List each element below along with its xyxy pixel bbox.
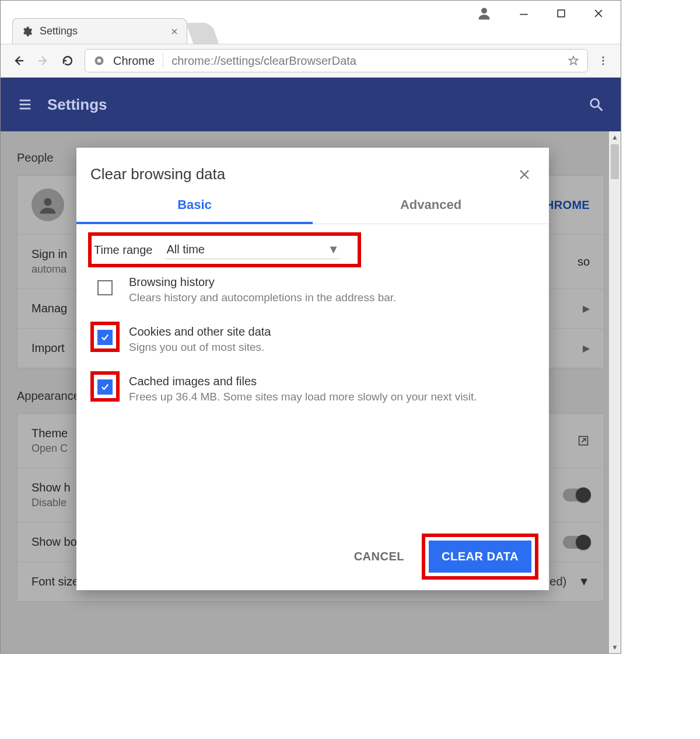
clear-data-highlight: CLEAR DATA bbox=[425, 537, 535, 576]
minimize-button[interactable] bbox=[516, 5, 532, 22]
chevron-down-icon: ▼ bbox=[328, 243, 340, 256]
dialog-body: Time range All time ▼ Browsing historyCl… bbox=[76, 224, 549, 525]
svg-point-13 bbox=[602, 63, 604, 65]
dialog-title: Clear browsing data bbox=[90, 165, 517, 183]
time-range-select[interactable]: All time ▼ bbox=[165, 240, 340, 259]
cancel-button[interactable]: CANCEL bbox=[348, 543, 410, 570]
new-tab-button[interactable] bbox=[186, 23, 219, 44]
svg-point-10 bbox=[97, 59, 102, 63]
svg-point-0 bbox=[481, 8, 487, 13]
maximize-button[interactable] bbox=[553, 5, 569, 22]
option-title: Cached images and files bbox=[129, 375, 477, 388]
svg-rect-2 bbox=[558, 10, 565, 17]
dialog-close-button[interactable] bbox=[517, 168, 531, 182]
tab-basic[interactable]: Basic bbox=[76, 189, 313, 224]
bookmark-star-icon[interactable] bbox=[568, 55, 579, 67]
time-range-row: Time range All time ▼ bbox=[90, 235, 359, 265]
scrollbar[interactable]: ▲ ▼ bbox=[609, 131, 621, 653]
time-range-label: Time range bbox=[94, 243, 152, 257]
checkbox-highlight bbox=[94, 375, 116, 398]
clear-option-row: Cached images and filesFrees up 36.4 MB.… bbox=[90, 364, 535, 414]
browser-window: Settings Chrome chrome://settings/clearB… bbox=[0, 0, 621, 654]
clear-option-row: Browsing historyClears history and autoc… bbox=[90, 265, 535, 315]
window-controls bbox=[516, 5, 621, 22]
option-sub: Signs you out of most sites. bbox=[129, 341, 271, 354]
forward-button[interactable] bbox=[36, 53, 51, 68]
hamburger-icon[interactable] bbox=[17, 96, 33, 113]
clear-browsing-data-dialog: Clear browsing data Basic Advanced Time … bbox=[76, 148, 549, 590]
clear-data-button[interactable]: CLEAR DATA bbox=[429, 541, 531, 573]
scroll-up-icon[interactable]: ▲ bbox=[609, 131, 621, 143]
reload-button[interactable] bbox=[60, 53, 75, 68]
checkbox[interactable] bbox=[97, 379, 113, 395]
tab-title: Settings bbox=[40, 25, 163, 37]
close-window-button[interactable] bbox=[590, 5, 607, 22]
option-title: Cookies and other site data bbox=[129, 325, 271, 339]
option-sub: Frees up 36.4 MB. Some sites may load mo… bbox=[129, 391, 477, 403]
option-title: Browsing history bbox=[129, 276, 396, 289]
svg-point-17 bbox=[591, 99, 599, 107]
dialog-actions: CANCEL CLEAR DATA bbox=[76, 525, 549, 590]
settings-header: Settings bbox=[1, 78, 621, 131]
settings-title: Settings bbox=[47, 96, 107, 114]
tab-advanced[interactable]: Advanced bbox=[313, 189, 549, 224]
search-icon[interactable] bbox=[588, 96, 604, 113]
checkbox[interactable] bbox=[97, 330, 113, 345]
tab-strip: Settings bbox=[12, 18, 215, 44]
url-scheme: Chrome bbox=[113, 54, 155, 68]
close-tab-icon[interactable] bbox=[170, 27, 178, 36]
scroll-down-icon[interactable]: ▼ bbox=[609, 642, 621, 653]
separator bbox=[163, 53, 163, 68]
kebab-menu-icon[interactable] bbox=[597, 55, 610, 67]
svg-line-18 bbox=[598, 107, 603, 111]
option-sub: Clears history and autocompletions in th… bbox=[129, 291, 396, 304]
clear-option-row: Cookies and other site dataSigns you out… bbox=[90, 315, 535, 364]
back-button[interactable] bbox=[11, 53, 26, 68]
checkbox[interactable] bbox=[97, 280, 113, 295]
scrollbar-thumb[interactable] bbox=[611, 144, 619, 179]
browser-tab[interactable]: Settings bbox=[12, 18, 187, 44]
url-text: chrome://settings/clearBrowserData bbox=[172, 54, 559, 68]
chrome-icon bbox=[93, 55, 105, 67]
checkbox-highlight bbox=[94, 276, 116, 299]
dialog-tabs: Basic Advanced bbox=[76, 189, 549, 224]
toolbar: Chrome chrome://settings/clearBrowserDat… bbox=[1, 44, 621, 78]
gear-icon bbox=[21, 26, 33, 37]
address-bar[interactable]: Chrome chrome://settings/clearBrowserDat… bbox=[85, 49, 588, 72]
svg-point-12 bbox=[602, 60, 604, 61]
profile-icon[interactable] bbox=[476, 5, 492, 22]
select-value: All time bbox=[166, 243, 205, 256]
checkbox-highlight bbox=[94, 325, 116, 348]
svg-point-11 bbox=[602, 57, 604, 58]
